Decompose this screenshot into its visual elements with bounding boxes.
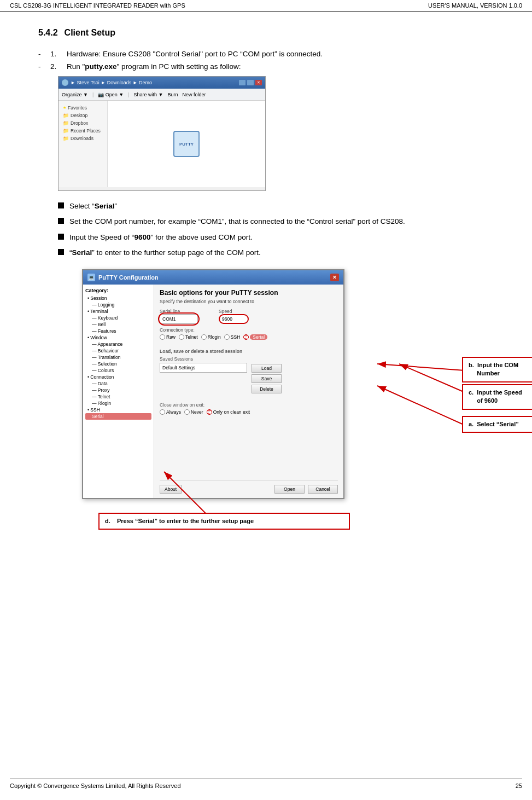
tree-translation[interactable]: — Translation	[85, 354, 151, 361]
tree-features[interactable]: — Features	[85, 328, 151, 334]
bullet-item-3: Input the Speed of “9600” for the above …	[58, 232, 499, 243]
conn-type-label: Connection type:	[160, 327, 338, 333]
about-button[interactable]: About	[160, 485, 182, 494]
bullet-text-1: Select “Serial”	[69, 201, 117, 212]
close-clean[interactable]: Only on clean exit	[207, 409, 250, 415]
callout-d-text: d. Press “Serial” to enter to the furthe…	[105, 518, 254, 524]
conn-type-row: Raw Telnet Rlogin	[160, 334, 338, 340]
speed-input[interactable]	[219, 314, 249, 324]
step-2: - 2. Run "putty.exe" program in PC with …	[38, 62, 499, 71]
btn-open: 📷 Open ▼	[98, 92, 124, 97]
radio-telnet[interactable]: Telnet	[179, 334, 198, 340]
radio-serial[interactable]: Serial	[243, 334, 267, 340]
putty-fields-row: Serial line Speed	[160, 309, 338, 324]
tree-session[interactable]: • Session	[85, 295, 151, 302]
putty-configuration-window: 💻 PuTTY Configuration ✕ Category: • Sess…	[82, 269, 344, 499]
footer-page: 25	[516, 782, 522, 789]
category-label: Category:	[85, 288, 151, 293]
com-input[interactable]	[160, 314, 198, 324]
putty-main-panel: Basic options for your PuTTY session Spe…	[154, 285, 343, 498]
sessions-row: Saved Sessions Load Save Delete	[160, 356, 338, 393]
com1-wrapper	[160, 314, 198, 324]
radio-raw[interactable]: Raw	[160, 334, 176, 340]
putty-body: Category: • Session — Logging • Terminal…	[83, 285, 343, 498]
page-footer: Copyright © Convergence Systems Limited,…	[10, 779, 522, 789]
sessions-section: Load, save or delete a stored session Sa…	[160, 349, 338, 397]
screenshot-main: PUTTY	[108, 101, 265, 187]
section-label: Client Setup	[65, 28, 115, 38]
screenshot-box: ► Steve Tsoi ► Downloads ► Demo ✕ Organi…	[58, 76, 266, 191]
callout-c-text: c. Input the Speed of 9600	[469, 389, 522, 404]
tree-connection[interactable]: • Connection	[85, 374, 151, 380]
section-number: 5.4.2	[38, 28, 58, 38]
close-always[interactable]: Always	[160, 409, 181, 415]
tree-selection[interactable]: — Selection	[85, 361, 151, 367]
bullet-text-3: Input the Speed of “9600” for the above …	[69, 232, 253, 243]
bullet-text-2: Set the COM port number, for example “CO…	[69, 216, 405, 227]
close-opts-label: Close window on exit:	[160, 402, 338, 408]
step-1-dash: -	[38, 50, 46, 58]
header-left: CSL CS208-3G INTELLIGENT INTEGRATED READ…	[10, 2, 185, 9]
svg-line-1	[399, 364, 465, 392]
save-button[interactable]: Save	[252, 374, 282, 383]
putty-close-button[interactable]: ✕	[330, 274, 339, 281]
header-right: USER'S MANUAL, VERSION 1.0.0	[428, 2, 522, 9]
tree-appearance[interactable]: — Appearance	[85, 341, 151, 347]
callout-b: b. Input the COM Number	[462, 357, 532, 382]
btn-new-folder: New folder	[183, 92, 206, 97]
radio-rlogin[interactable]: Rlogin	[201, 334, 221, 340]
tree-data[interactable]: — Data	[85, 380, 151, 387]
putty-bottom-row: About Open Cancel	[160, 480, 338, 494]
tree-rlogin[interactable]: — Rlogin	[85, 400, 151, 407]
svg-line-2	[377, 386, 465, 425]
tree-window[interactable]: • Window	[85, 334, 151, 341]
tree-bell[interactable]: — Bell	[85, 321, 151, 328]
tree-serial[interactable]: Serial	[85, 413, 151, 420]
btn-organize: Organize ▼	[62, 92, 88, 97]
bullet-item-1: Select “Serial”	[58, 201, 499, 212]
callout-a-text: a. Select “Serial”	[469, 421, 519, 427]
callout-a: a. Select “Serial”	[462, 416, 532, 433]
radio-ssh[interactable]: SSH	[224, 334, 240, 340]
putty-category-tree: Category: • Session — Logging • Terminal…	[83, 285, 154, 498]
step-2-text: Run "putty.exe" program in PC with setti…	[67, 62, 241, 71]
cancel-button[interactable]: Cancel	[308, 485, 338, 494]
bullet-square-1	[58, 202, 64, 208]
session-input[interactable]	[160, 363, 247, 373]
putty-window-title: PuTTY Configuration	[98, 274, 159, 281]
tree-behaviour[interactable]: — Behaviour	[85, 347, 151, 354]
load-button[interactable]: Load	[252, 364, 282, 373]
step-2-num: 2.	[50, 62, 62, 71]
bullet-square-3	[58, 234, 64, 240]
bullet-item-2: Set the COM port number, for example “CO…	[58, 216, 499, 227]
screenshot-path: ► Steve Tsoi ► Downloads ► Demo	[71, 80, 152, 85]
putty-title-icon: 💻	[87, 274, 95, 281]
close-exit-section: Close window on exit: Always Never	[160, 400, 338, 419]
tree-proxy[interactable]: — Proxy	[85, 387, 151, 393]
speed-label: Speed	[219, 309, 249, 314]
delete-button[interactable]: Delete	[252, 385, 282, 393]
tree-ssh[interactable]: • SSH	[85, 407, 151, 413]
tree-logging[interactable]: — Logging	[85, 302, 151, 308]
step-1-num: 1.	[50, 50, 62, 58]
open-button[interactable]: Open	[274, 485, 305, 494]
bullet-item-4: “Serial” to enter to the further setup p…	[58, 247, 499, 258]
bullet-square-4	[58, 249, 64, 255]
callout-b-text: b. Input the COM Number	[469, 362, 518, 376]
bullet-square-2	[58, 218, 64, 224]
screenshot-sidebar: ★ Favorites 📁 Desktop 📁 Dropbox 📁 Recent…	[59, 101, 108, 187]
section-title: 5.4.2 Client Setup	[38, 28, 499, 38]
session-buttons: Load Save Delete	[252, 364, 282, 393]
tree-colours[interactable]: — Colours	[85, 367, 151, 374]
tree-telnet[interactable]: — Telnet	[85, 393, 151, 400]
tree-terminal[interactable]: • Terminal	[85, 308, 151, 315]
step-1: - 1. Hardware: Ensure CS208 "Control Ser…	[38, 50, 499, 58]
svg-line-0	[377, 364, 465, 370]
close-never[interactable]: Never	[184, 409, 203, 415]
putty-titlebar: 💻 PuTTY Configuration ✕	[83, 270, 343, 285]
putty-main-title: Basic options for your PuTTY session	[160, 289, 338, 297]
bullet-text-4: “Serial” to enter to the further setup p…	[69, 247, 261, 258]
putty-action-buttons: Open Cancel	[274, 485, 338, 494]
tree-keyboard[interactable]: — Keyboard	[85, 315, 151, 321]
conn-type-section: Connection type: Raw Telnet	[160, 327, 338, 344]
